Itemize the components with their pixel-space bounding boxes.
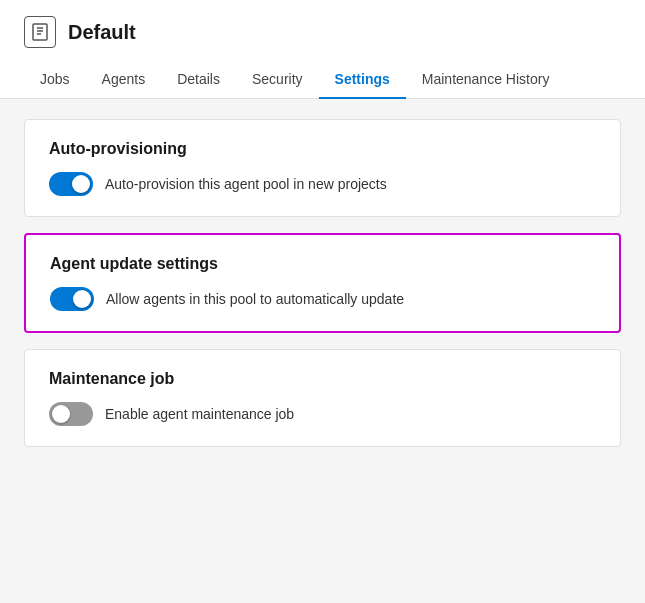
auto-provisioning-label: Auto-provision this agent pool in new pr… [105,176,387,192]
maintenance-job-label: Enable agent maintenance job [105,406,294,422]
agent-update-title: Agent update settings [50,255,595,273]
nav-tabs: Jobs Agents Details Security Settings Ma… [24,60,621,98]
page-header: Default Jobs Agents Details Security Set… [0,0,645,99]
auto-provisioning-toggle[interactable] [49,172,93,196]
tab-jobs[interactable]: Jobs [24,61,86,99]
agent-update-settings-card: Agent update settings Allow agents in th… [24,233,621,333]
maintenance-job-row: Enable agent maintenance job [49,402,596,426]
auto-provisioning-row: Auto-provision this agent pool in new pr… [49,172,596,196]
page-title: Default [68,21,136,44]
agent-pool-icon [24,16,56,48]
maintenance-job-title: Maintenance job [49,370,596,388]
maintenance-job-card: Maintenance job Enable agent maintenance… [24,349,621,447]
auto-provisioning-title: Auto-provisioning [49,140,596,158]
auto-provisioning-card: Auto-provisioning Auto-provision this ag… [24,119,621,217]
tab-maintenance-history[interactable]: Maintenance History [406,61,566,99]
agent-update-label: Allow agents in this pool to automatical… [106,291,404,307]
tab-details[interactable]: Details [161,61,236,99]
title-row: Default [24,16,621,48]
agent-update-row: Allow agents in this pool to automatical… [50,287,595,311]
tab-security[interactable]: Security [236,61,319,99]
tab-settings[interactable]: Settings [319,61,406,99]
maintenance-job-toggle[interactable] [49,402,93,426]
agent-update-toggle[interactable] [50,287,94,311]
tab-agents[interactable]: Agents [86,61,162,99]
svg-rect-0 [33,24,47,40]
main-content: Auto-provisioning Auto-provision this ag… [0,99,645,467]
